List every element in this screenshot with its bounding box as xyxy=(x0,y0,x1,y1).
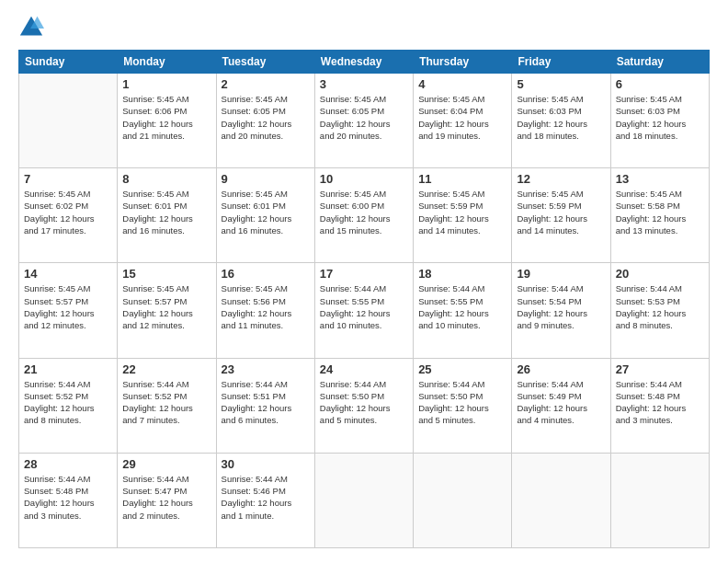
day-number: 6 xyxy=(616,77,704,91)
day-cell: 30Sunrise: 5:44 AMSunset: 5:46 PMDayligh… xyxy=(216,453,314,547)
day-header-friday: Friday xyxy=(512,51,610,74)
day-number: 15 xyxy=(122,267,210,281)
day-cell: 8Sunrise: 5:45 AMSunset: 6:01 PMDaylight… xyxy=(118,168,216,263)
day-info: Sunrise: 5:44 AMSunset: 5:48 PMDaylight:… xyxy=(616,378,704,427)
day-number: 23 xyxy=(222,362,310,376)
day-number: 3 xyxy=(320,77,408,91)
day-cell: 28Sunrise: 5:44 AMSunset: 5:48 PMDayligh… xyxy=(19,453,118,547)
day-header-saturday: Saturday xyxy=(610,51,709,74)
day-number: 12 xyxy=(517,172,605,186)
day-info: Sunrise: 5:44 AMSunset: 5:48 PMDaylight:… xyxy=(24,473,112,522)
day-info: Sunrise: 5:45 AMSunset: 6:06 PMDaylight:… xyxy=(122,93,210,142)
day-info: Sunrise: 5:44 AMSunset: 5:46 PMDaylight:… xyxy=(222,473,310,522)
day-header-tuesday: Tuesday xyxy=(216,51,314,74)
day-cell xyxy=(414,453,512,547)
day-info: Sunrise: 5:45 AMSunset: 6:02 PMDaylight:… xyxy=(24,188,112,236)
day-cell: 25Sunrise: 5:44 AMSunset: 5:50 PMDayligh… xyxy=(414,358,512,453)
day-info: Sunrise: 5:44 AMSunset: 5:49 PMDaylight:… xyxy=(517,378,605,427)
day-cell: 27Sunrise: 5:44 AMSunset: 5:48 PMDayligh… xyxy=(610,358,709,453)
day-cell: 7Sunrise: 5:45 AMSunset: 6:02 PMDaylight… xyxy=(19,168,118,263)
day-info: Sunrise: 5:45 AMSunset: 5:56 PMDaylight:… xyxy=(222,282,310,331)
day-number: 7 xyxy=(24,172,112,186)
day-info: Sunrise: 5:45 AMSunset: 5:59 PMDaylight:… xyxy=(418,188,506,236)
day-header-monday: Monday xyxy=(118,51,216,74)
day-cell: 17Sunrise: 5:44 AMSunset: 5:55 PMDayligh… xyxy=(314,263,413,358)
day-number: 5 xyxy=(517,77,605,91)
day-cell xyxy=(19,74,118,168)
day-number: 29 xyxy=(122,457,210,471)
day-number: 30 xyxy=(222,457,310,471)
day-cell: 20Sunrise: 5:44 AMSunset: 5:53 PMDayligh… xyxy=(610,263,709,358)
day-cell: 3Sunrise: 5:45 AMSunset: 6:05 PMDaylight… xyxy=(314,74,413,168)
day-number: 4 xyxy=(418,77,506,91)
day-number: 25 xyxy=(418,362,506,376)
day-cell xyxy=(610,453,709,547)
day-cell xyxy=(512,453,610,547)
day-number: 21 xyxy=(24,362,112,376)
day-cell: 18Sunrise: 5:44 AMSunset: 5:55 PMDayligh… xyxy=(414,263,512,358)
day-number: 24 xyxy=(320,362,408,376)
day-number: 19 xyxy=(517,267,605,281)
day-number: 20 xyxy=(616,267,704,281)
day-number: 28 xyxy=(24,457,112,471)
day-info: Sunrise: 5:44 AMSunset: 5:54 PMDaylight:… xyxy=(517,282,605,331)
day-info: Sunrise: 5:45 AMSunset: 5:58 PMDaylight:… xyxy=(616,188,704,236)
day-info: Sunrise: 5:45 AMSunset: 6:03 PMDaylight:… xyxy=(616,93,704,142)
calendar-table: SundayMondayTuesdayWednesdayThursdayFrid… xyxy=(18,50,710,548)
day-cell: 22Sunrise: 5:44 AMSunset: 5:52 PMDayligh… xyxy=(118,358,216,453)
week-row-3: 14Sunrise: 5:45 AMSunset: 5:57 PMDayligh… xyxy=(19,263,710,358)
day-cell: 24Sunrise: 5:44 AMSunset: 5:50 PMDayligh… xyxy=(314,358,413,453)
day-cell: 6Sunrise: 5:45 AMSunset: 6:03 PMDaylight… xyxy=(610,74,709,168)
day-number: 2 xyxy=(222,77,310,91)
day-cell: 11Sunrise: 5:45 AMSunset: 5:59 PMDayligh… xyxy=(414,168,512,263)
day-cell xyxy=(314,453,413,547)
day-info: Sunrise: 5:44 AMSunset: 5:55 PMDaylight:… xyxy=(418,282,506,331)
day-number: 9 xyxy=(222,172,310,186)
day-info: Sunrise: 5:44 AMSunset: 5:50 PMDaylight:… xyxy=(418,378,506,427)
day-number: 22 xyxy=(122,362,210,376)
day-number: 17 xyxy=(320,267,408,281)
day-info: Sunrise: 5:45 AMSunset: 6:00 PMDaylight:… xyxy=(320,188,408,236)
day-cell: 23Sunrise: 5:44 AMSunset: 5:51 PMDayligh… xyxy=(216,358,314,453)
day-cell: 29Sunrise: 5:44 AMSunset: 5:47 PMDayligh… xyxy=(118,453,216,547)
day-cell: 14Sunrise: 5:45 AMSunset: 5:57 PMDayligh… xyxy=(19,263,118,358)
day-info: Sunrise: 5:45 AMSunset: 6:01 PMDaylight:… xyxy=(222,188,310,236)
day-cell: 21Sunrise: 5:44 AMSunset: 5:52 PMDayligh… xyxy=(19,358,118,453)
day-number: 27 xyxy=(616,362,704,376)
day-number: 1 xyxy=(122,77,210,91)
day-info: Sunrise: 5:45 AMSunset: 6:05 PMDaylight:… xyxy=(222,93,310,142)
day-info: Sunrise: 5:45 AMSunset: 5:59 PMDaylight:… xyxy=(517,188,605,236)
day-header-wednesday: Wednesday xyxy=(314,51,413,74)
day-info: Sunrise: 5:44 AMSunset: 5:52 PMDaylight:… xyxy=(24,378,112,427)
day-cell: 16Sunrise: 5:45 AMSunset: 5:56 PMDayligh… xyxy=(216,263,314,358)
header xyxy=(18,15,710,40)
day-cell: 1Sunrise: 5:45 AMSunset: 6:06 PMDaylight… xyxy=(118,74,216,168)
day-cell: 5Sunrise: 5:45 AMSunset: 6:03 PMDaylight… xyxy=(512,74,610,168)
day-number: 18 xyxy=(418,267,506,281)
week-row-1: 1Sunrise: 5:45 AMSunset: 6:06 PMDaylight… xyxy=(19,74,710,168)
day-info: Sunrise: 5:45 AMSunset: 5:57 PMDaylight:… xyxy=(122,282,210,331)
day-number: 16 xyxy=(222,267,310,281)
week-row-5: 28Sunrise: 5:44 AMSunset: 5:48 PMDayligh… xyxy=(19,453,710,547)
day-info: Sunrise: 5:44 AMSunset: 5:47 PMDaylight:… xyxy=(122,473,210,522)
day-info: Sunrise: 5:45 AMSunset: 6:03 PMDaylight:… xyxy=(517,93,605,142)
day-info: Sunrise: 5:44 AMSunset: 5:55 PMDaylight:… xyxy=(320,282,408,331)
calendar-body: 1Sunrise: 5:45 AMSunset: 6:06 PMDaylight… xyxy=(19,74,710,548)
logo xyxy=(18,15,48,40)
day-number: 14 xyxy=(24,267,112,281)
calendar-header: SundayMondayTuesdayWednesdayThursdayFrid… xyxy=(19,51,710,74)
day-info: Sunrise: 5:44 AMSunset: 5:50 PMDaylight:… xyxy=(320,378,408,427)
day-number: 26 xyxy=(517,362,605,376)
day-info: Sunrise: 5:45 AMSunset: 6:05 PMDaylight:… xyxy=(320,93,408,142)
day-header-thursday: Thursday xyxy=(414,51,512,74)
day-number: 11 xyxy=(418,172,506,186)
day-cell: 26Sunrise: 5:44 AMSunset: 5:49 PMDayligh… xyxy=(512,358,610,453)
logo-icon xyxy=(18,15,44,40)
day-cell: 15Sunrise: 5:45 AMSunset: 5:57 PMDayligh… xyxy=(118,263,216,358)
day-number: 13 xyxy=(616,172,704,186)
day-cell: 10Sunrise: 5:45 AMSunset: 6:00 PMDayligh… xyxy=(314,168,413,263)
day-cell: 4Sunrise: 5:45 AMSunset: 6:04 PMDaylight… xyxy=(414,74,512,168)
day-cell: 2Sunrise: 5:45 AMSunset: 6:05 PMDaylight… xyxy=(216,74,314,168)
day-cell: 9Sunrise: 5:45 AMSunset: 6:01 PMDaylight… xyxy=(216,168,314,263)
day-cell: 19Sunrise: 5:44 AMSunset: 5:54 PMDayligh… xyxy=(512,263,610,358)
